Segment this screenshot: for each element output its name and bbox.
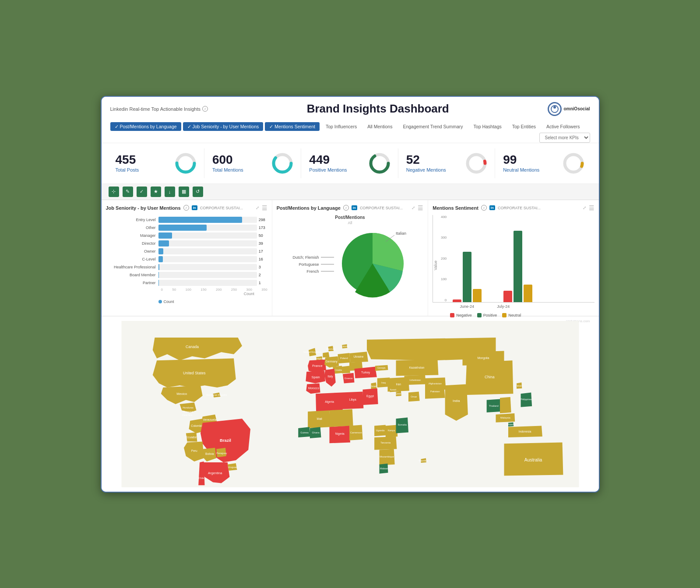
vbar-legend-positive: Positive — [477, 313, 497, 317]
logo-circle — [548, 102, 562, 116]
kpi-total-mentions: 600 Total Mentions — [205, 148, 301, 178]
svg-text:Taiwan: Taiwan — [516, 385, 522, 387]
vbar-area: 0 100 200 300 400 Value — [433, 215, 594, 303]
info-icon[interactable]: i — [202, 106, 208, 112]
job-seniority-info[interactable]: i — [183, 205, 189, 211]
pie-area: Post/Mentions All Dutch; Flemish Portugu… — [277, 215, 424, 300]
svg-text:Kazakhstan: Kazakhstan — [409, 366, 424, 369]
svg-text:Pakistan: Pakistan — [430, 390, 440, 393]
tab-job-seniority[interactable]: ✓ Job Seniority - by User Mentions — [183, 122, 264, 131]
bar-fill-other — [158, 225, 207, 231]
vbar-legend-neutral: Neutral — [502, 313, 521, 317]
svg-text:Paraguay: Paraguay — [216, 452, 227, 454]
linkedin-label-text: Linkedin Real-time Top Actionable Insigh… — [110, 106, 201, 112]
world-map-svg: Canada United States Mexico Honduras Nic… — [106, 321, 594, 487]
job-seniority-expand[interactable]: ⤢ — [256, 205, 259, 210]
toolbar-btn-star[interactable]: ★ — [151, 187, 161, 197]
svg-text:Peru: Peru — [191, 449, 197, 452]
vbar-group-july — [503, 231, 532, 302]
mentions-sentiment-panel: Mentions Sentiment i in CORPORATE SUSTAI… — [428, 200, 598, 316]
svg-text:Italy: Italy — [327, 375, 333, 378]
tab-post-mentions-language[interactable]: ✓ Post/Mentions by Language — [110, 122, 181, 131]
tab-active-followers[interactable]: Active Followers — [542, 122, 584, 131]
kpi-total-posts-number: 455 — [116, 154, 139, 166]
tab-all-mentions[interactable]: All Mentions — [363, 122, 397, 131]
svg-text:Costa Rica: Costa Rica — [182, 414, 192, 416]
bar-value-boardmember: 2 — [259, 273, 267, 277]
pie-title: Post/Mentions — [335, 215, 365, 220]
kpi-negative-mentions-left: 52 Negative Mentions — [406, 154, 446, 173]
bar-label-clevel: C-Level — [106, 257, 158, 261]
map-section: Canada United States Mexico Honduras Nic… — [102, 316, 599, 492]
toolbar-btn-cursor[interactable]: ⊹ — [109, 187, 119, 197]
svg-text:Brazil: Brazil — [220, 437, 231, 442]
bar-label-manager: Manager — [106, 233, 158, 238]
bar-fill-director — [158, 240, 169, 246]
bar-fill-entry-level — [158, 217, 242, 223]
svg-text:Oman: Oman — [411, 395, 417, 398]
page-title: Brand Insights Dashboard — [208, 102, 548, 116]
job-seniority-menu[interactable]: ☰ — [262, 204, 267, 211]
bar-value-clevel: 16 — [259, 257, 267, 261]
vbar-chart: 0 100 200 300 400 Value — [433, 215, 594, 311]
bar-container-manager — [158, 232, 257, 239]
kpi-total-mentions-donut — [271, 152, 294, 175]
logo-area: omniOsocial — [548, 102, 590, 116]
bar-value-manager: 50 — [259, 233, 267, 238]
svg-text:Mozambique: Mozambique — [380, 455, 394, 458]
svg-text:Ecuador: Ecuador — [186, 435, 197, 438]
tab-top-influencers[interactable]: Top Influencers — [321, 122, 361, 131]
vbar-y-labels: 0 100 200 300 400 — [433, 215, 448, 302]
vbar-legend-negative: Negative — [450, 313, 472, 317]
svg-text:Dominican Republic: Dominican Republic — [206, 394, 227, 396]
vbar-x-labels: June-24 July-24 — [433, 304, 594, 309]
svg-text:Kenya: Kenya — [387, 429, 395, 431]
toolbar-btn-grid[interactable]: ▦ — [179, 187, 189, 197]
svg-point-10 — [565, 155, 582, 172]
mentions-sentiment-linkedin: in — [489, 205, 495, 210]
country-netherlands — [323, 352, 329, 357]
toolbar-btn-edit[interactable]: ✎ — [123, 187, 133, 197]
job-seniority-title: Job Seniority - by User Mentions — [106, 205, 181, 211]
mentions-sentiment-info[interactable]: i — [481, 205, 487, 211]
post-mentions-menu[interactable]: ☰ — [418, 204, 423, 211]
bar-label-partner: Partner — [106, 281, 158, 285]
post-mentions-panel: Post/Mentions by Language i in CORPORATE… — [272, 200, 429, 316]
toolbar-btn-check[interactable]: ✓ — [137, 187, 147, 197]
tab-top-entities[interactable]: Top Entities — [508, 122, 540, 131]
bar-fill-clevel — [158, 256, 163, 262]
country-niger — [329, 409, 353, 427]
pie-labels-left: Dutch; Flemish Portuguese French — [292, 255, 334, 274]
select-more-kpis[interactable]: Select more KPIs — [539, 133, 590, 143]
bar-row-owner: Owner 17 — [106, 248, 267, 254]
bar-row-manager: Manager 50 — [106, 232, 267, 239]
vbar-june-neutral — [473, 289, 482, 302]
legend-label-neutral: Neutral — [508, 313, 521, 317]
mentions-sentiment-menu[interactable]: ☰ — [589, 204, 594, 211]
vbar-june-positive — [463, 252, 471, 302]
kpi-total-posts-donut — [174, 152, 197, 175]
toolbar-btn-download[interactable]: ↓ — [165, 187, 175, 197]
post-mentions-expand[interactable]: ⤢ — [412, 205, 415, 210]
tab-top-hashtags[interactable]: Top Hashtags — [469, 122, 506, 131]
bar-row-other: Other 173 — [106, 225, 267, 231]
tab-mentions-sentiment[interactable]: ✓ Mentions Sentiment — [265, 122, 320, 131]
mentions-sentiment-expand[interactable]: ⤢ — [583, 205, 586, 210]
vbar-july-negative — [503, 291, 512, 302]
svg-text:Ukraine: Ukraine — [353, 355, 363, 358]
bar-container-other — [158, 225, 257, 231]
tab-engagement-trend[interactable]: Engagement Trend Summary — [398, 122, 467, 131]
toolbar-btn-refresh[interactable]: ↺ — [193, 187, 203, 197]
kpi-positive-mentions-left: 449 Positive Mentions — [309, 154, 347, 173]
mentions-sentiment-title: Mentions Sentiment — [433, 205, 478, 211]
post-mentions-linkedin: in — [352, 205, 357, 210]
bar-container-partner — [158, 280, 257, 286]
svg-text:Mauritius: Mauritius — [419, 459, 428, 462]
legend-sq-positive — [477, 313, 482, 317]
header-top: Linkedin Real-time Top Actionable Insigh… — [110, 102, 590, 116]
pie-label-portuguese: Portuguese — [292, 262, 334, 267]
svg-text:Thailand: Thailand — [489, 404, 498, 407]
bar-fill-owner — [158, 248, 163, 254]
bar-fill-manager — [158, 232, 172, 239]
post-mentions-info[interactable]: i — [343, 205, 349, 211]
